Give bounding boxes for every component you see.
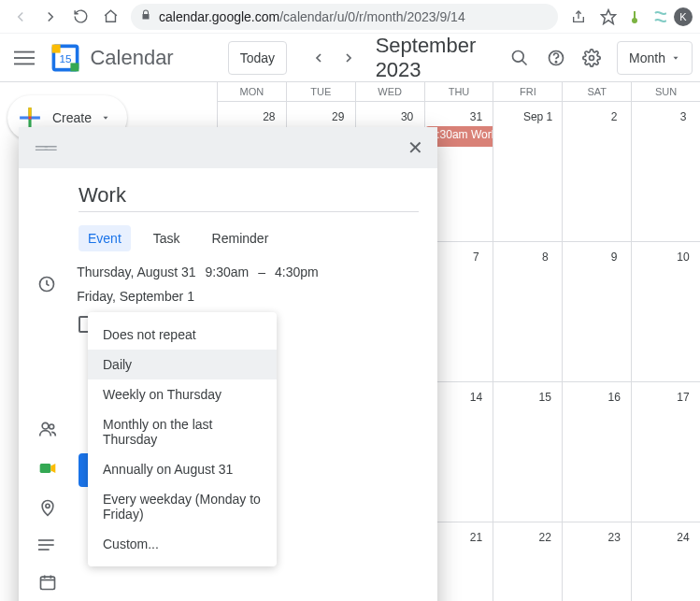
day-cell[interactable]: Sep 1 [493,102,562,242]
view-selector[interactable]: Month [617,41,693,75]
home-button[interactable] [97,4,123,30]
day-number: 7 [464,246,487,268]
day-number: 29 [327,106,350,128]
day-cell[interactable]: 15 [493,382,562,522]
day-number: 8 [534,246,556,268]
day-number: 24 [672,526,694,549]
datetime-row: Thursday, August 31 9:30am – 4:30pm Frid… [34,265,422,304]
svg-rect-28 [38,549,50,551]
svg-rect-11 [71,63,79,71]
day-number: 23 [603,526,625,549]
drag-handle-icon[interactable]: ══ [36,138,54,158]
calendar-icon [34,573,62,592]
app-header: 15 Calendar Today September 2023 Month [0,34,700,82]
day-cell[interactable]: 17 [631,382,700,522]
dow-cell: WED [355,82,424,101]
ext-icon-1[interactable] [625,7,644,26]
repeat-option[interactable]: Every weekday (Monday to Friday) [88,484,277,529]
next-month-button[interactable] [337,43,360,73]
description-icon [34,536,62,554]
chevron-down-icon [671,53,680,63]
svg-marker-0 [602,9,616,23]
repeat-menu: Does not repeatDailyWeekly on ThursdayMo… [88,312,277,566]
day-cell[interactable]: 9 [562,242,631,382]
start-time[interactable]: 9:30am [206,265,250,279]
chevron-down-icon [101,113,110,122]
browser-toolbar: calendar.google.com/calendar/u/0/r/month… [0,0,700,34]
day-number: Sep 1 [520,106,556,128]
clock-icon [34,275,60,293]
event-type-tabs: Event Task Reminder [79,225,422,251]
settings-icon[interactable] [578,39,606,77]
repeat-option[interactable]: Annually on August 31 [88,454,277,484]
people-icon [34,420,62,438]
day-cell[interactable]: 23 [562,522,631,601]
calendar-row [34,565,422,599]
repeat-option[interactable]: Weekly on Thursday [88,379,277,409]
day-cell[interactable]: 16 [562,382,631,522]
repeat-option[interactable]: Does not repeat [88,320,277,350]
menu-icon[interactable] [7,36,41,80]
svg-marker-24 [50,464,55,473]
meet-icon [34,459,62,478]
svg-rect-29 [41,577,55,589]
address-bar[interactable]: calendar.google.com/calendar/u/0/r/month… [131,4,558,30]
svg-rect-23 [40,464,51,473]
day-number: 16 [603,386,625,408]
forward-button[interactable] [37,4,64,30]
help-icon[interactable] [541,39,569,77]
svg-rect-26 [38,539,54,541]
day-cell[interactable]: 22 [493,522,562,601]
ext-icon-2[interactable] [650,7,668,26]
tab-event[interactable]: Event [79,225,131,251]
popover-header: ══ ✕ [19,127,437,168]
dow-cell: MON [217,82,286,101]
dow-cell: SUN [631,82,700,101]
svg-point-22 [50,424,54,429]
day-number: 2 [603,106,625,128]
tab-task[interactable]: Task [144,225,190,251]
search-icon[interactable] [506,39,534,77]
svg-rect-5 [14,50,35,52]
repeat-option[interactable]: Monthly on the last Thursday [88,409,277,454]
start-date[interactable]: Thursday, August 31 [77,265,195,279]
today-button[interactable]: Today [228,41,287,75]
prev-month-button[interactable] [307,43,330,73]
reload-button[interactable] [67,4,93,30]
svg-text:15: 15 [60,51,73,64]
day-number: 28 [258,106,280,128]
svg-marker-18 [674,56,679,59]
profile-avatar[interactable]: K [674,7,693,26]
dow-cell: SAT [562,82,631,101]
day-number: 9 [603,246,625,268]
day-cell[interactable]: 8 [493,242,562,382]
share-icon[interactable] [565,4,592,30]
create-label: Create [52,110,92,125]
repeat-option[interactable]: Custom... [88,529,277,559]
day-number: 14 [464,386,487,408]
svg-line-14 [522,60,527,64]
day-cell[interactable]: 3 [631,102,700,242]
tab-reminder[interactable]: Reminder [203,225,279,251]
close-icon[interactable]: ✕ [400,133,430,163]
end-time[interactable]: 4:30pm [275,265,319,279]
svg-point-16 [555,61,556,62]
datetime-values[interactable]: Thursday, August 31 9:30am – 4:30pm Frid… [77,265,422,304]
event-title-input[interactable]: Work [79,179,419,212]
day-cell[interactable]: 24 [631,522,700,601]
calendar-logo: 15 [49,39,82,77]
svg-rect-2 [634,11,636,19]
view-label: Month [629,50,665,65]
dow-cell: FRI [493,82,562,101]
repeat-option[interactable]: Daily [88,350,277,379]
day-cell[interactable]: 10 [631,242,700,382]
dow-cell: THU [424,82,493,101]
lock-icon [140,9,151,23]
bookmark-icon[interactable] [595,4,621,30]
day-cell[interactable]: 2 [562,102,631,242]
day-number: 21 [464,526,487,549]
back-button[interactable] [7,4,34,30]
svg-point-17 [589,55,593,60]
end-date[interactable]: Friday, September 1 [77,289,194,304]
svg-rect-7 [14,63,35,64]
